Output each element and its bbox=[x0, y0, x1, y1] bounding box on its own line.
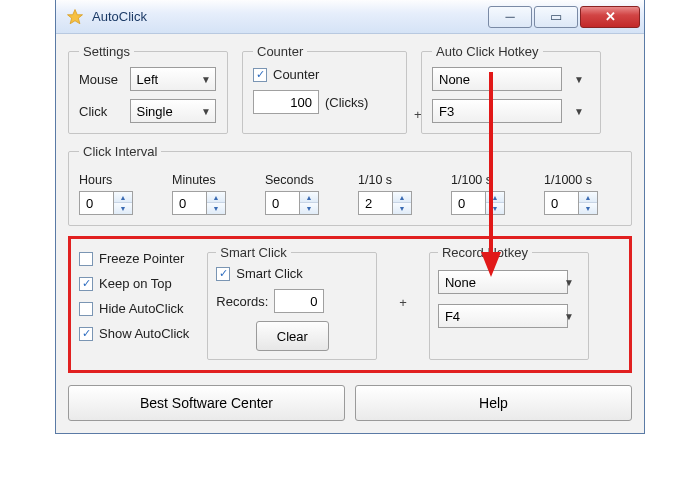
svg-marker-0 bbox=[68, 9, 83, 23]
interval-group: Click Interval Hours Minutes Seconds 1/1… bbox=[68, 144, 632, 226]
mouse-select[interactable]: Left bbox=[130, 67, 216, 91]
star-icon bbox=[66, 8, 84, 26]
mouse-label: Mouse bbox=[79, 72, 120, 87]
counter-input[interactable] bbox=[253, 90, 319, 114]
record-key-select[interactable]: F4 bbox=[438, 304, 568, 328]
hide-label: Hide AutoClick bbox=[99, 301, 184, 316]
settings-legend: Settings bbox=[79, 44, 134, 59]
freeze-checkbox[interactable] bbox=[79, 252, 93, 266]
minimize-button[interactable]: ─ bbox=[488, 6, 532, 28]
hotkey-group: Auto Click Hotkey None F3 + bbox=[421, 44, 601, 134]
maximize-button[interactable]: ▭ bbox=[534, 6, 578, 28]
records-input[interactable] bbox=[274, 289, 324, 313]
thousandths-spinner[interactable]: ▲▼ bbox=[544, 191, 621, 215]
help-button[interactable]: Help bbox=[355, 385, 632, 421]
highlight-box: Freeze Pointer Keep on Top Hide AutoClic… bbox=[68, 236, 632, 373]
tenths-spinner[interactable]: ▲▼ bbox=[358, 191, 435, 215]
interval-label-hundredths: 1/100 s bbox=[451, 173, 528, 187]
app-window: AutoClick ─ ▭ ✕ Settings Mouse Left Clic… bbox=[55, 0, 645, 434]
interval-label-hours: Hours bbox=[79, 173, 156, 187]
window-title: AutoClick bbox=[92, 9, 488, 24]
plus-icon: + bbox=[395, 295, 411, 310]
interval-legend: Click Interval bbox=[79, 144, 161, 159]
settings-group: Settings Mouse Left Click Single bbox=[68, 44, 228, 134]
show-label: Show AutoClick bbox=[99, 326, 189, 341]
keep-top-label: Keep on Top bbox=[99, 276, 172, 291]
click-select[interactable]: Single bbox=[130, 99, 216, 123]
seconds-spinner[interactable]: ▲▼ bbox=[265, 191, 342, 215]
close-button[interactable]: ✕ bbox=[580, 6, 640, 28]
hotkey-key-select[interactable]: F3 bbox=[432, 99, 562, 123]
interval-label-thousandths: 1/1000 s bbox=[544, 173, 621, 187]
interval-label-seconds: Seconds bbox=[265, 173, 342, 187]
smart-checkbox[interactable] bbox=[216, 267, 230, 281]
best-software-button[interactable]: Best Software Center bbox=[68, 385, 345, 421]
titlebar: AutoClick ─ ▭ ✕ bbox=[56, 0, 644, 34]
records-label: Records: bbox=[216, 294, 268, 309]
record-hotkey-legend: Record Hotkey bbox=[438, 245, 532, 260]
record-hotkey-group: Record Hotkey None F4 bbox=[429, 245, 589, 360]
hundredths-spinner[interactable]: ▲▼ bbox=[451, 191, 528, 215]
minutes-spinner[interactable]: ▲▼ bbox=[172, 191, 249, 215]
plus-icon: + bbox=[410, 107, 426, 122]
counter-legend: Counter bbox=[253, 44, 307, 59]
clear-button[interactable]: Clear bbox=[256, 321, 329, 351]
hotkey-legend: Auto Click Hotkey bbox=[432, 44, 543, 59]
smart-checkbox-label: Smart Click bbox=[236, 266, 302, 281]
hide-checkbox[interactable] bbox=[79, 302, 93, 316]
counter-checkbox[interactable] bbox=[253, 68, 267, 82]
record-mod-select[interactable]: None bbox=[438, 270, 568, 294]
counter-checkbox-label: Counter bbox=[273, 67, 319, 82]
show-checkbox[interactable] bbox=[79, 327, 93, 341]
counter-group: Counter Counter (Clicks) bbox=[242, 44, 407, 134]
smart-legend: Smart Click bbox=[216, 245, 290, 260]
smart-click-group: Smart Click Smart Click Records: Clear bbox=[207, 245, 377, 360]
interval-label-minutes: Minutes bbox=[172, 173, 249, 187]
hours-spinner[interactable]: ▲▼ bbox=[79, 191, 156, 215]
click-label: Click bbox=[79, 104, 120, 119]
hotkey-mod-select[interactable]: None bbox=[432, 67, 562, 91]
keep-top-checkbox[interactable] bbox=[79, 277, 93, 291]
freeze-label: Freeze Pointer bbox=[99, 251, 184, 266]
interval-label-tenths: 1/10 s bbox=[358, 173, 435, 187]
counter-suffix: (Clicks) bbox=[325, 95, 368, 110]
